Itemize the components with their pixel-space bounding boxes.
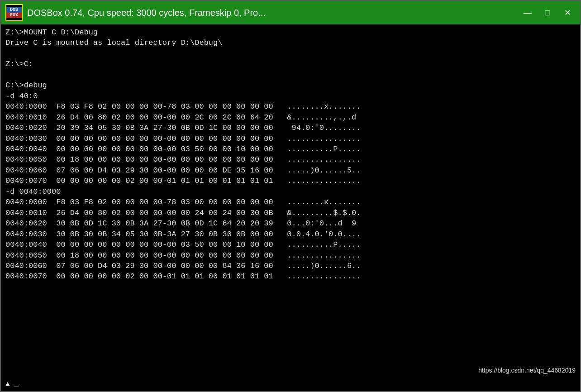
close-button[interactable]: ✕ <box>559 6 576 19</box>
status-text: ▲ _ <box>5 380 19 388</box>
terminal-output: Z:\>MOUNT C D:\Debug Drive C is mounted … <box>5 27 576 282</box>
watermark: https://blog.csdn.net/qq_44682019 <box>478 366 576 375</box>
statusbar: ▲ _ <box>1 378 580 391</box>
terminal-area[interactable]: Z:\>MOUNT C D:\Debug Drive C is mounted … <box>1 24 580 378</box>
dosbox-logo: DOS FOX <box>5 4 23 21</box>
minimize-button[interactable]: — <box>519 6 536 19</box>
window-controls: — □ ✕ <box>519 6 576 19</box>
titlebar: DOS FOX DOSBox 0.74, Cpu speed: 3000 cyc… <box>1 1 580 24</box>
window-title: DOSBox 0.74, Cpu speed: 3000 cycles, Fra… <box>27 8 515 18</box>
maximize-button[interactable]: □ <box>539 6 556 19</box>
logo-bottom-text: FOX <box>6 13 22 18</box>
dosbox-window: DOS FOX DOSBox 0.74, Cpu speed: 3000 cyc… <box>0 0 581 392</box>
logo-top-text: DOS <box>6 7 22 13</box>
